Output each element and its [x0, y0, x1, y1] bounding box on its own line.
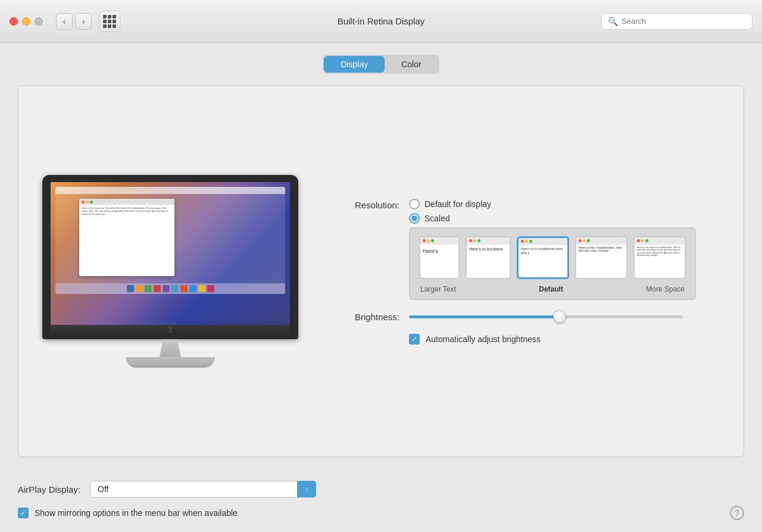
search-input[interactable]: [622, 17, 746, 26]
resolution-scaled-option[interactable]: Scaled: [409, 213, 696, 224]
display-panel: Here's to the crazy ones. The misfits. T…: [18, 86, 744, 457]
thumb-titlebar-2: [467, 237, 510, 245]
thumb-titlebar-4: [576, 237, 626, 245]
scale-thumb-1[interactable]: Here's: [419, 236, 460, 279]
tab-segmented-control: Display Color: [323, 55, 439, 74]
resolution-default-label: Default for display: [424, 199, 491, 209]
radio-inner-dot: [411, 215, 417, 221]
scale-labels: Larger Text Default More Space: [419, 285, 686, 293]
mini-desktop: Here's to the crazy ones. The misfits. T…: [55, 187, 285, 294]
scale-thumb-3[interactable]: Here's to th troublemak ones who s: [517, 236, 569, 279]
resolution-options: Default for display Scaled: [409, 199, 696, 300]
close-button[interactable]: [10, 17, 18, 26]
scale-thumbs: Here's: [419, 236, 686, 279]
main-content: Display Color: [0, 43, 762, 469]
auto-brightness-label: Automatically adjust brightness: [426, 334, 541, 344]
traffic-lights: [10, 17, 43, 26]
titlebar: ‹ › Built-in Retina Display 🔍: [0, 0, 762, 43]
mirroring-left: ✓ Show mirroring options in the menu bar…: [18, 508, 238, 518]
monitor-screen-outer: Here's to the crazy ones. The misfits. T…: [42, 175, 298, 339]
brightness-slider-thumb[interactable]: [553, 310, 566, 323]
brightness-slider-track: [409, 315, 683, 318]
stand-base: [126, 357, 215, 368]
mini-window-content: Here's to the crazy ones. The misfits. T…: [79, 205, 174, 218]
monitor-illustration: Here's to the crazy ones. The misfits. T…: [42, 175, 298, 368]
thumb-content-3: Here's to th troublemak ones who s: [519, 245, 567, 277]
minimize-button[interactable]: [22, 17, 30, 26]
airplay-row: AirPlay Display: Off Apple TV ↕: [18, 481, 744, 497]
thumb-titlebar-3: [519, 238, 567, 245]
help-button[interactable]: ?: [730, 506, 744, 520]
thumb-content-4: Here's to the cr troublemakers. ones who…: [576, 245, 626, 278]
mirroring-label: Show mirroring options in the menu bar w…: [35, 508, 238, 518]
thumb-titlebar-5: [635, 237, 685, 245]
scale-thumb-2[interactable]: Here's to troublem: [466, 236, 511, 279]
monitor-screen: Here's to the crazy ones. The misfits. T…: [51, 182, 290, 325]
airplay-label: AirPlay Display:: [18, 484, 80, 495]
brightness-slider-container: [409, 315, 683, 318]
scale-thumb-window-4: Here's to the cr troublemakers. ones who…: [575, 236, 627, 279]
stand-neck: [152, 339, 188, 357]
scale-thumb-window-2: Here's to troublem: [466, 236, 511, 279]
airplay-select[interactable]: Off Apple TV: [90, 481, 316, 497]
scale-thumb-4[interactable]: Here's to the cr troublemakers. ones who…: [575, 236, 627, 279]
grid-icon: [103, 15, 116, 28]
nav-buttons: ‹ ›: [56, 13, 92, 30]
thumb-titlebar-1: [420, 237, 458, 245]
tab-color[interactable]: Color: [385, 56, 438, 73]
grid-button[interactable]: [99, 11, 120, 32]
search-box[interactable]: 🔍: [601, 13, 752, 30]
checkmark-icon: ✓: [411, 336, 417, 343]
auto-brightness-checkbox[interactable]: ✓: [409, 334, 420, 345]
resolution-scaled-label: Scaled: [424, 214, 450, 223]
search-icon: 🔍: [608, 17, 618, 26]
thumb-content-2: Here's to troublem: [467, 245, 510, 278]
scale-thumb-window-3: Here's to th troublemak ones who s: [517, 236, 569, 279]
mini-dock: [55, 283, 285, 294]
monitor-bezel: : [51, 325, 290, 334]
monitor-stand: [42, 339, 298, 368]
tab-display[interactable]: Display: [324, 56, 385, 73]
airplay-select-wrap: Off Apple TV ↕: [90, 481, 316, 497]
thumb-content-5: Here's to the crazy one troublemakers. T…: [635, 245, 685, 278]
forward-button[interactable]: ›: [75, 13, 92, 30]
bottom-section: AirPlay Display: Off Apple TV ↕ ✓ Show m…: [0, 469, 762, 532]
mirroring-checkmark-icon: ✓: [20, 509, 26, 517]
settings-side: Resolution: Default for display Scaled: [328, 199, 720, 345]
mirroring-row: ✓ Show mirroring options in the menu bar…: [18, 506, 744, 520]
maximize-button[interactable]: [35, 17, 43, 26]
brightness-section: Brightness:: [328, 312, 720, 322]
scale-container: Here's: [409, 227, 696, 300]
resolution-section: Resolution: Default for display Scaled: [328, 199, 720, 300]
default-label: Default: [539, 285, 563, 293]
apple-logo-icon: : [168, 325, 171, 334]
thumb-content-1: Here's: [420, 245, 458, 278]
resolution-default-option[interactable]: Default for display: [409, 199, 696, 209]
monitor: Here's to the crazy ones. The misfits. T…: [42, 175, 298, 368]
mini-window: Here's to the crazy ones. The misfits. T…: [79, 199, 174, 276]
auto-brightness-row: ✓ Automatically adjust brightness: [328, 334, 720, 345]
mini-menubar: [55, 187, 285, 194]
window-title: Built-in Retina Display: [338, 16, 425, 26]
larger-text-label: Larger Text: [420, 285, 456, 293]
mini-window-titlebar: [79, 199, 174, 205]
scale-thumb-window-5: Here's to the crazy one troublemakers. T…: [633, 236, 686, 279]
scale-thumb-window-1: Here's: [419, 236, 460, 279]
more-space-label: More Space: [646, 285, 685, 293]
brightness-label: Brightness:: [328, 312, 399, 322]
resolution-default-radio[interactable]: [409, 199, 420, 209]
resolution-scaled-radio[interactable]: [409, 213, 420, 224]
resolution-label: Resolution:: [328, 199, 399, 210]
back-button[interactable]: ‹: [56, 13, 73, 30]
mirroring-checkbox[interactable]: ✓: [18, 508, 29, 518]
scale-thumb-5[interactable]: Here's to the crazy one troublemakers. T…: [633, 236, 686, 279]
